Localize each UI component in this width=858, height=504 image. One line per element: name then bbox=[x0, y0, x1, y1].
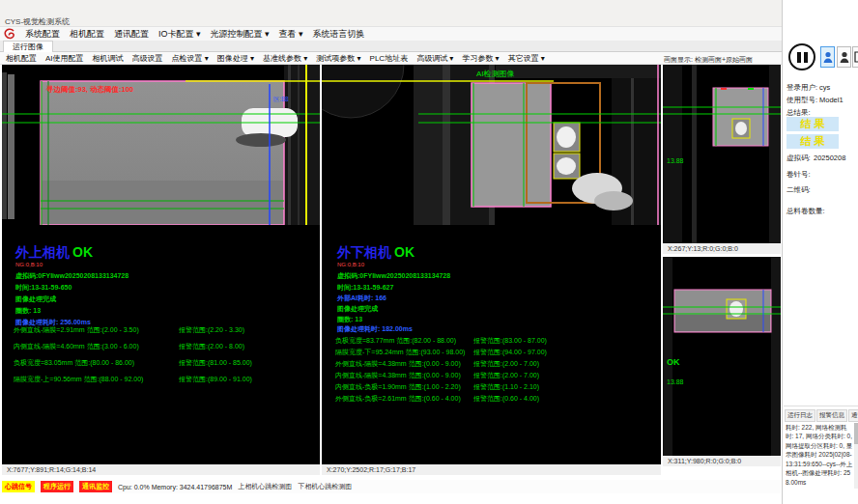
log-tab-alarm[interactable]: 报警信息 bbox=[816, 409, 847, 422]
measurement-row: 内侧直线-负极=1.90mm 范围:(1.00 - 2.20)报警范围:(1.1… bbox=[335, 382, 644, 392]
camera-view-top-right[interactable]: 13.88 X:267;Y:13;R:0;G:0;B:0 bbox=[663, 65, 781, 254]
status-line: 图像处理完成 bbox=[337, 304, 378, 314]
tool-learning-params[interactable]: 学习参数 ▾ bbox=[462, 53, 499, 64]
measurement-row: 隔膜宽度-下=95.24mm 范围:(93.00 - 98.00)报警范围:(9… bbox=[335, 348, 644, 357]
pixel-coords-left: X:7677;Y:891;R:14;G:14;B:14 bbox=[2, 464, 320, 475]
ai-image-overlay-text: AI检测图像 bbox=[476, 70, 515, 78]
result-box: 结 果 bbox=[786, 134, 839, 149]
scrollbar-thumb[interactable] bbox=[854, 423, 858, 444]
tool-other-settings[interactable]: 其它设置 ▾ bbox=[508, 53, 545, 64]
model-value: Model1 bbox=[819, 96, 844, 104]
virtual-code-label: 虚拟码: bbox=[786, 154, 811, 163]
total-roll-count-label: 总料卷数量: bbox=[786, 207, 825, 216]
time-line: 时间:13-31-59-627 bbox=[337, 283, 393, 293]
menu-item-view[interactable]: 查看 ▾ bbox=[279, 28, 303, 41]
count-line: 圈数: 13 bbox=[337, 315, 362, 324]
heartbeat-status-badge: 心跳信号 bbox=[2, 481, 35, 492]
menu-item-light-config[interactable]: 光源控制配置 ▾ bbox=[211, 28, 270, 41]
camera-middle-title: 外下相机OK bbox=[337, 244, 415, 262]
measurement-row: 外侧直线-隔膜=2.91mm 范围:(2.00 - 3.50)报警范围:(2.2… bbox=[14, 325, 320, 335]
tab-strip: 运行图像 bbox=[0, 41, 858, 52]
pause-icon bbox=[797, 52, 801, 63]
tool-plc-address[interactable]: PLC地址表 bbox=[370, 53, 409, 64]
menu-bar: 系统配置 相机配置 通讯配置 IO卡配置 ▾ 光源控制配置 ▾ 查看 ▾ 系统语… bbox=[0, 27, 858, 41]
status-bar: 心跳信号 程序运行 通讯监控 Cpu: 0.0% Memory: 3424.41… bbox=[0, 480, 781, 493]
right-panel: 登录用户: cys 使用型号: Model1 总结果: 结 果 结 果 虚拟码:… bbox=[782, 0, 858, 504]
qr-code-label: 二维码: bbox=[786, 185, 811, 195]
threshold-overlay-text: 寻边阈值:93, 动态阈值:100 bbox=[45, 85, 133, 94]
tool-baseline-params[interactable]: 基准线参数 ▾ bbox=[263, 53, 307, 64]
camera-left-image: 寻边阈值:93, 动态阈值:100 区:88 bbox=[2, 65, 320, 225]
camera-left-title: 外上相机OK bbox=[15, 244, 93, 262]
user-icon bbox=[823, 51, 833, 64]
measurement-row: 隔膜宽度-上=90.56mm 范围:(88.00 - 92.00)报警范围:(8… bbox=[14, 375, 320, 384]
measurement-row: 外侧直线-负极=2.61mm 范围:(0.60 - 4.00)报警范围:(0.6… bbox=[335, 394, 644, 404]
tool-advanced-settings[interactable]: 高级设置 bbox=[132, 53, 163, 64]
measurement-row: 内侧直线-隔膜=4.60mm 范围:(3.00 - 6.00)报警范围:(2.0… bbox=[14, 342, 320, 351]
time-line: 时间:13-31-59-650 bbox=[15, 283, 72, 293]
virtual-code-value: 20250208 bbox=[814, 154, 845, 162]
log-tab-run[interactable]: 运行日志 bbox=[785, 409, 815, 422]
title-bar: CYS-视觉检测系统 bbox=[0, 0, 858, 27]
exit-door-icon bbox=[854, 51, 858, 63]
window-title: CYS-视觉检测系统 bbox=[5, 16, 70, 27]
status-line: 图像处理完成 bbox=[15, 294, 56, 304]
exit-button[interactable] bbox=[852, 46, 858, 68]
log-output: 耗时: 222, 网络检测耗时: 17, 网络分类耗时: 0, 网络提取分区耗时… bbox=[786, 423, 853, 487]
tool-camera-config[interactable]: 相机配置 bbox=[6, 53, 37, 64]
camera-view-middle[interactable]: AI检测图像 外下相机OK NG:0,B:10 虚拟码:0FYIiww20250… bbox=[322, 65, 661, 475]
camera-view-left[interactable]: 寻边阈值:93, 动态阈值:100 区:88 外上相机OK NG:0,B:10 … bbox=[2, 65, 320, 475]
result-ok-label: OK bbox=[667, 357, 680, 367]
ng-info: NG:0,B:10 bbox=[337, 262, 364, 267]
right-column-header: 画面显示: 检测画面+原始画面 bbox=[664, 55, 753, 65]
pixel-coords-middle: X:270;Y:2502;R:17;G:17;B:17 bbox=[322, 464, 661, 475]
user-login-button[interactable] bbox=[820, 46, 835, 68]
log-tab-comm[interactable]: 通讯信息 bbox=[848, 409, 858, 422]
tool-advanced-debug[interactable]: 高级调试 ▾ bbox=[416, 53, 453, 64]
log-scrollbar[interactable] bbox=[854, 423, 858, 489]
upper-camera-heartbeat-link[interactable]: 上相机心跳检测图 bbox=[238, 482, 292, 491]
tool-test-params[interactable]: 测试项参数 ▾ bbox=[316, 53, 360, 64]
tool-camera-debug[interactable]: 相机调试 bbox=[93, 53, 124, 64]
pause-button[interactable] bbox=[788, 43, 815, 70]
camera-middle-image: AI检测图像 bbox=[322, 65, 661, 225]
menu-item-io-config[interactable]: IO卡配置 ▾ bbox=[158, 28, 201, 41]
result-box: 结 果 bbox=[786, 117, 839, 131]
program-run-badge: 程序运行 bbox=[41, 481, 73, 492]
tab-run-image[interactable]: 运行图像 bbox=[3, 41, 53, 52]
menu-item-language-switch[interactable]: 系统语言切换 bbox=[313, 28, 365, 41]
pixel-coords-bottom-right: X:311;Y:980;R:0;G:0;B:0 bbox=[663, 456, 781, 466]
camera-top-right-image: 13.88 bbox=[663, 65, 781, 243]
pause-icon bbox=[804, 52, 808, 63]
menu-item-system-config[interactable]: 系统配置 bbox=[25, 28, 60, 41]
users-icon bbox=[840, 51, 849, 64]
comm-monitor-badge: 通讯监控 bbox=[79, 481, 112, 492]
barcode-line: 虚拟码:0FYIiww20250208133134728 bbox=[15, 271, 129, 281]
menu-item-camera-config[interactable]: 相机配置 bbox=[70, 28, 104, 41]
app-logo-icon bbox=[4, 28, 15, 40]
measurement-row: 外侧直线-隔膜=4.38mm 范围:(0.00 - 9.00)报警范围:(2.0… bbox=[335, 359, 644, 369]
result-ok-badge: OK bbox=[72, 244, 93, 260]
lower-camera-heartbeat-link[interactable]: 下相机心跳检测图 bbox=[298, 482, 352, 491]
barcode-line: 虚拟码:0FYIiww20250208133134728 bbox=[337, 271, 450, 281]
tool-ai-config[interactable]: AI使用配置 bbox=[45, 53, 84, 64]
cpu-memory-readout: Cpu: 0.0% Memory: 3424.41796875M bbox=[118, 484, 232, 490]
menu-item-comm-config[interactable]: 通讯配置 bbox=[114, 28, 149, 41]
log-tabs: 运行日志 报警信息 通讯信息 bbox=[785, 409, 858, 422]
measurement-row: 负极宽度=83.77mm 范围:(82.00 - 88.00)报警范围:(83.… bbox=[335, 336, 644, 346]
user-manage-button[interactable] bbox=[837, 46, 851, 68]
camera-view-bottom-right[interactable]: OK 13.88 X:311;Y:980;R:0;G:0;B:0 bbox=[663, 257, 781, 466]
login-user-value: cys bbox=[819, 83, 830, 92]
result-ok-badge: OK bbox=[394, 244, 415, 260]
pixel-coords-top-right: X:267;Y:13;R:0;G:0;B:0 bbox=[663, 243, 781, 254]
measurement-row: 负极宽度=83.05mm 范围:(80.00 - 86.00)报警范围:(81.… bbox=[14, 358, 320, 368]
measurement-row: 内侧直线-隔膜=4.38mm 范围:(0.00 - 9.00)报警范围:(2.0… bbox=[335, 371, 644, 380]
tool-spot-check[interactable]: 点检设置 ▾ bbox=[172, 53, 209, 64]
login-user-label: 登录用户: bbox=[786, 83, 817, 93]
count-line: 圈数: 13 bbox=[15, 306, 41, 316]
ng-info: NG:0,B:10 bbox=[15, 262, 43, 267]
measure-label: 13.88 bbox=[667, 157, 684, 164]
camera-bottom-right-image: OK 13.88 bbox=[663, 257, 781, 456]
tool-image-processing[interactable]: 图像处理 ▾ bbox=[217, 53, 254, 64]
proc-time-line: 图像处理耗时: 182.00ms bbox=[337, 324, 413, 334]
